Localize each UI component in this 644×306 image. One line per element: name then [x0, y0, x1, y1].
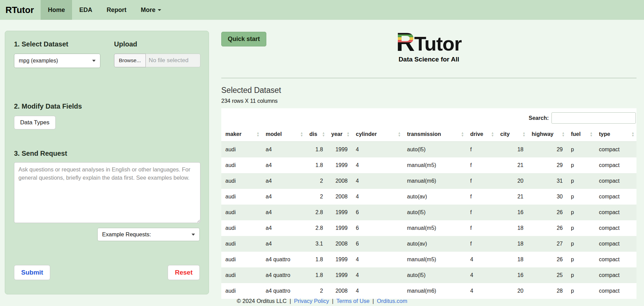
table-cell: 2: [305, 189, 327, 205]
upload-title: Upload: [114, 40, 200, 48]
table-row[interactable]: audia42.819996auto(l5)f1626pcompact: [221, 205, 636, 220]
column-header-highway[interactable]: highway▲▼: [528, 127, 567, 142]
table-row[interactable]: audia4 quattro1.819994manual(m5)41826pco…: [221, 252, 636, 267]
table-row[interactable]: audia41.819994manual(m5)f2129pcompact: [221, 157, 636, 173]
dataset-select-value: mpg (examples): [19, 58, 58, 64]
table-row[interactable]: audia4 quattro1.819994auto(l5)41625pcomp…: [221, 267, 636, 283]
data-types-button[interactable]: Data Types: [14, 116, 56, 129]
table-row[interactable]: audia4220084auto(av)f2130pcompact: [221, 189, 636, 205]
column-header-cylinder[interactable]: cylinder▲▼: [352, 127, 403, 142]
table-row[interactable]: audia4 quattro220084manual(m6)42028pcomp…: [221, 283, 636, 299]
column-header-type[interactable]: type▲▼: [595, 127, 636, 142]
footer-link-privacy-policy[interactable]: Privacy Policy: [294, 298, 329, 304]
sort-arrows-icon: ▲▼: [491, 131, 494, 137]
table-cell: compact: [595, 283, 636, 299]
rtutor-logo: R Tutor Data Science for All: [221, 31, 636, 63]
modify-fields-section: 2. Modify Data Fields Data Types: [14, 102, 200, 129]
nav-tab-more[interactable]: More: [134, 0, 168, 20]
table-cell: compact: [595, 173, 636, 189]
quick-start-button[interactable]: Quick start: [221, 32, 266, 46]
footer-link-orditus-com[interactable]: Orditus.com: [377, 298, 407, 304]
table-cell: a4 quattro: [262, 252, 305, 267]
dataset-select[interactable]: mpg (examples): [14, 54, 100, 68]
table-cell: 29: [528, 157, 567, 173]
table-cell: 18: [496, 220, 528, 236]
table-cell: 2008: [327, 189, 352, 205]
column-header-dis[interactable]: dis▲▼: [305, 127, 327, 142]
column-header-year[interactable]: year▲▼: [327, 127, 352, 142]
table-cell: compact: [595, 252, 636, 267]
table-cell: compact: [595, 189, 636, 205]
table-cell: p: [567, 173, 595, 189]
table-row[interactable]: audia42.819996manual(m5)f1826pcompact: [221, 220, 636, 236]
r-logo-icon: R: [396, 31, 414, 53]
column-header-maker[interactable]: maker▲▼: [221, 127, 262, 142]
table-row[interactable]: audia4220084manual(m6)f2031pcompact: [221, 173, 636, 189]
table-cell: 1.8: [305, 267, 327, 283]
logo-text: Tutor: [414, 35, 462, 53]
sort-arrows-icon: ▲▼: [461, 131, 464, 137]
footer-link-terms-of-use[interactable]: Terms of Use: [336, 298, 369, 304]
nav-tab-eda[interactable]: EDA: [72, 0, 99, 20]
table-cell: 21: [496, 157, 528, 173]
table-row[interactable]: audia41.819994auto(l5)f1829pcompact: [221, 142, 636, 158]
table-cell: 6: [352, 220, 403, 236]
example-requests-select[interactable]: Example Requests:: [97, 228, 200, 241]
footer-separator: |: [331, 298, 335, 304]
table-cell: 1999: [327, 267, 352, 283]
table-body: audia41.819994auto(l5)f1829pcompactaudia…: [221, 142, 636, 299]
table-cell: a4: [262, 189, 305, 205]
column-header-label: fuel: [571, 131, 580, 137]
table-cell: f: [466, 157, 496, 173]
table-cell: a4: [262, 220, 305, 236]
dataset-dimensions: 234 rows X 11 columns: [221, 98, 636, 104]
send-request-title: 3. Send Request: [14, 149, 200, 157]
table-cell: 3.1: [305, 236, 327, 252]
table-cell: p: [567, 142, 595, 158]
column-header-drive[interactable]: drive▲▼: [466, 127, 496, 142]
nav-tab-home[interactable]: Home: [41, 0, 72, 20]
table-cell: manual(m6): [403, 173, 466, 189]
table-cell: f: [466, 189, 496, 205]
table-cell: manual(m5): [403, 252, 466, 267]
browse-button[interactable]: Browse...: [114, 54, 146, 67]
table-cell: 2008: [327, 173, 352, 189]
search-input[interactable]: [551, 112, 636, 124]
table-cell: 20: [496, 173, 528, 189]
table-cell: p: [567, 283, 595, 299]
table-cell: 1999: [327, 157, 352, 173]
sort-arrows-icon: ▲▼: [300, 131, 303, 137]
submit-button[interactable]: Submit: [14, 265, 50, 280]
chevron-down-icon: [192, 234, 195, 236]
request-textarea[interactable]: [14, 162, 200, 223]
column-header-city[interactable]: city▲▼: [496, 127, 528, 142]
table-cell: audi: [221, 142, 262, 158]
table-cell: 31: [528, 173, 567, 189]
nav-tab-report[interactable]: Report: [99, 0, 134, 20]
table-cell: 25: [528, 267, 567, 283]
table-cell: f: [466, 142, 496, 158]
table-cell: 18: [496, 236, 528, 252]
column-header-label: transmission: [407, 131, 441, 137]
nav-tab-label: Home: [48, 6, 65, 14]
table-cell: 18: [496, 252, 528, 267]
table-cell: f: [466, 205, 496, 220]
table-cell: audi: [221, 205, 262, 220]
sort-arrows-icon: ▲▼: [398, 131, 401, 137]
table-cell: p: [567, 252, 595, 267]
table-cell: 21: [496, 189, 528, 205]
table-cell: 4: [466, 252, 496, 267]
table-cell: 30: [528, 189, 567, 205]
data-table: maker▲▼model▲▼dis▲▼year▲▼cylinder▲▼trans…: [221, 127, 636, 299]
column-header-fuel[interactable]: fuel▲▼: [567, 127, 595, 142]
column-header-transmission[interactable]: transmission▲▼: [403, 127, 466, 142]
reset-button[interactable]: Reset: [168, 265, 200, 280]
sort-arrows-icon: ▲▼: [631, 131, 634, 137]
table-cell: a4: [262, 173, 305, 189]
table-row[interactable]: audia43.120086auto(av)f1827pcompact: [221, 236, 636, 252]
table-cell: auto(av): [403, 189, 466, 205]
table-cell: compact: [595, 267, 636, 283]
column-header-model[interactable]: model▲▼: [262, 127, 305, 142]
table-cell: auto(l5): [403, 142, 466, 158]
table-cell: f: [466, 220, 496, 236]
